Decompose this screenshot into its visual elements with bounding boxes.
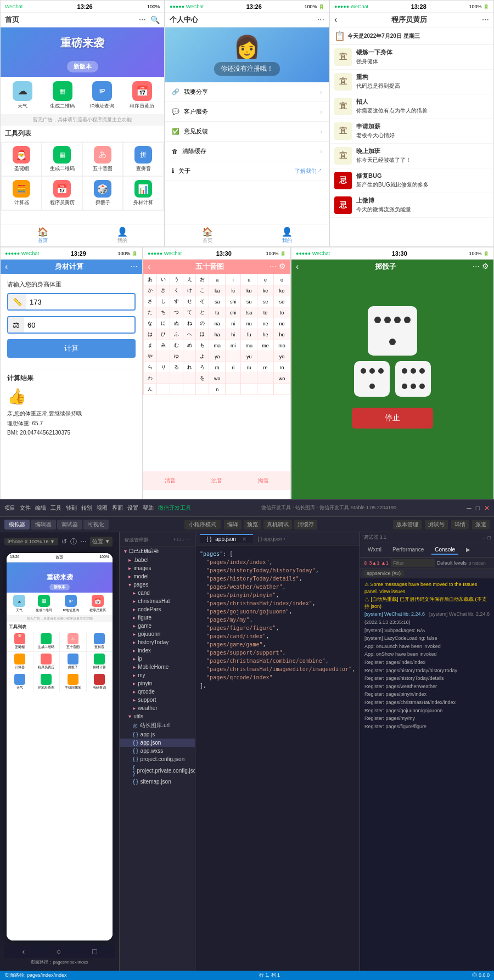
mode-selector[interactable]: 小程序模式 xyxy=(184,520,221,530)
tab-console[interactable]: Console xyxy=(431,545,458,555)
about-link[interactable]: 了解我们↗ xyxy=(295,167,322,175)
tree-pages-mobilehome[interactable]: ▸MobileHome xyxy=(120,663,195,671)
tree-folder-images[interactable]: ▸ images xyxy=(120,564,195,572)
tab-performance[interactable]: Performance xyxy=(389,545,427,555)
back-btn-3[interactable]: ‹ xyxy=(334,15,337,25)
tool-dice[interactable]: 🎲 掷骰子 xyxy=(83,177,122,210)
tree-pages-codepars[interactable]: ▸codePars xyxy=(120,605,195,613)
bmi-more[interactable]: ··· xyxy=(131,262,138,272)
tool-pinyin[interactable]: 拼 查拼音 xyxy=(124,143,163,176)
tab-visual[interactable]: 可视化 xyxy=(83,520,109,530)
ide-menu-help[interactable]: 帮助 xyxy=(143,504,154,512)
tree-pages-my[interactable]: ▸my xyxy=(120,671,195,679)
tab-wxml[interactable]: Wxml xyxy=(364,545,385,555)
info-icon[interactable]: ⓘ xyxy=(70,537,77,547)
tree-util-appjs[interactable]: { }app.js xyxy=(120,730,195,739)
close-file[interactable]: ✕ xyxy=(242,536,246,542)
tree-util-projprivate[interactable]: { }project.private.config.json xyxy=(120,763,195,778)
dice-settings[interactable]: ⚙ xyxy=(482,262,489,272)
tree-pages-game[interactable]: ▸game xyxy=(120,622,195,630)
tree-actions[interactable]: + □ ↓ ⋯ xyxy=(173,537,190,544)
tree-root[interactable]: ▾ 口已正确启动 xyxy=(120,547,195,556)
search-icon[interactable]: 🔍 xyxy=(150,15,160,24)
tree-pages-qrcode[interactable]: ▸qrcode xyxy=(120,688,195,696)
tool-kana[interactable]: あ 五十音图 xyxy=(83,143,122,176)
detail-btn[interactable]: 详情 xyxy=(451,520,469,530)
tree-pages-pinyin[interactable]: ▸pinyin xyxy=(120,679,195,688)
tool-huangli[interactable]: 📅 程序员黄历 xyxy=(42,177,82,210)
icon-qrcode[interactable]: ▦ 生成二维码 xyxy=(49,81,76,110)
ide-menu-interface[interactable]: 界面 xyxy=(112,504,123,512)
calc-button[interactable]: 计算 xyxy=(7,339,136,358)
tool-calc[interactable]: 🧮 计算器 xyxy=(2,177,41,210)
menu-cache[interactable]: 🗑 清除缓存 › xyxy=(165,142,329,161)
kana-more[interactable]: ··· xyxy=(270,262,277,272)
tree-folder-utils[interactable]: ▾ utils xyxy=(120,712,195,720)
kana-settings[interactable]: ⚙ xyxy=(279,262,286,272)
ide-minimize[interactable]: ─ xyxy=(467,504,471,512)
tree-util-url[interactable]: ◎站长图库.url xyxy=(120,720,195,730)
menu-about[interactable]: ℹ 关于 了解我们↗ xyxy=(165,161,329,181)
stop-button[interactable]: 停止 xyxy=(352,408,433,429)
dots-menu[interactable]: ··· xyxy=(139,15,146,25)
tree-folder-pages[interactable]: ▾ pages xyxy=(120,581,195,589)
phone-model-selector[interactable]: iPhone X 100% 16 ▼ xyxy=(4,538,58,545)
kana-btn-seion[interactable]: 清音 xyxy=(160,475,180,487)
tab-debugger[interactable]: 调试器 xyxy=(57,520,82,530)
tree-util-appjson[interactable]: { }app.json xyxy=(120,739,195,747)
menu-service[interactable]: 💬 客户服务 › xyxy=(165,102,329,122)
filter-level[interactable]: Default levels xyxy=(437,560,467,566)
nav-profile-2[interactable]: 👤 我的 xyxy=(282,227,293,244)
tree-util-projconfig[interactable]: { }project.config.json xyxy=(120,755,195,763)
ide-menu-view[interactable]: 视图 xyxy=(97,504,108,512)
tool-qrcode[interactable]: ▦ 生成二维码 xyxy=(42,143,82,176)
tree-folder-model[interactable]: ▸ model xyxy=(120,572,195,581)
preview-more[interactable]: ⋯ xyxy=(80,538,87,545)
tree-pages-gojuuonn[interactable]: ▸gojuuonn xyxy=(120,630,195,638)
ide-menu-select[interactable]: 转别 xyxy=(81,504,92,512)
test-btn[interactable]: 测试号 xyxy=(425,520,448,530)
preview-back[interactable]: ‹ xyxy=(23,947,25,956)
preview-btn[interactable]: 预览 xyxy=(244,520,261,530)
code-editor[interactable]: "pages": [ "pages/index/index", "pages/h… xyxy=(195,545,360,971)
new-version-btn[interactable]: 新版本 xyxy=(67,61,98,72)
preview-recent[interactable]: □ xyxy=(92,947,97,956)
rotate-btn[interactable]: ↺ xyxy=(61,538,67,545)
ide-menu-edit[interactable]: 文件 xyxy=(20,504,31,512)
tree-pages-weather[interactable]: ▸weather xyxy=(120,704,195,712)
ide-menu-wechat[interactable]: 微信开发工具 xyxy=(158,504,191,512)
tab-simulator[interactable]: 模拟器 xyxy=(4,520,30,530)
version-mgmt[interactable]: 版本管理 xyxy=(393,520,422,530)
debug-minimize[interactable]: ─ xyxy=(482,535,485,540)
menu-share[interactable]: 🔗 我要分享 › xyxy=(165,82,329,102)
dice-more[interactable]: ··· xyxy=(473,262,480,272)
weight-input[interactable] xyxy=(24,318,134,333)
tree-util-sitemap[interactable]: { }sitemap.json xyxy=(120,778,195,786)
ide-menu-settings[interactable]: 设置 xyxy=(127,504,138,512)
back-dice[interactable]: ‹ xyxy=(296,262,299,272)
location-btn[interactable]: 位置 ▼ xyxy=(90,537,113,547)
tree-util-appwxss[interactable]: { }app.wxss xyxy=(120,747,195,755)
back-bmi[interactable]: ‹ xyxy=(5,262,8,272)
tree-pages-historytoday[interactable]: ▸historyToday xyxy=(120,638,195,646)
tool-bmi[interactable]: 📊 身材计算 xyxy=(124,177,163,210)
kana-btn-dakuon[interactable]: 浊音 xyxy=(207,475,227,487)
back-kana[interactable]: ‹ xyxy=(148,262,150,272)
tab-more[interactable]: ▶ xyxy=(463,545,474,555)
tool-christmas[interactable]: 🎅 圣诞帽 xyxy=(2,143,41,176)
ide-maximize[interactable]: □ xyxy=(476,504,480,512)
ide-menu-build[interactable]: 转到 xyxy=(66,504,77,512)
real-machine-btn[interactable]: 真机调试 xyxy=(263,520,292,530)
ide-menu-file[interactable]: 项目 xyxy=(4,504,15,512)
console-filter-input[interactable] xyxy=(391,559,435,567)
tree-folder-babel[interactable]: ▸ .babel xyxy=(120,556,195,564)
nav-home-2[interactable]: 🏠 首页 xyxy=(202,227,213,244)
more-btn-3[interactable]: ··· xyxy=(482,15,489,25)
compile-btn[interactable]: 编译 xyxy=(224,520,242,530)
tree-pages-figure[interactable]: ▸figure xyxy=(120,613,195,622)
debug-maximize[interactable]: □ xyxy=(488,535,491,540)
ide-menu-tools2[interactable]: 工具 xyxy=(50,504,61,512)
height-input[interactable] xyxy=(26,295,134,309)
tree-pages-cand[interactable]: ▸cand xyxy=(120,589,195,597)
tree-pages-index[interactable]: ▸index xyxy=(120,646,195,655)
